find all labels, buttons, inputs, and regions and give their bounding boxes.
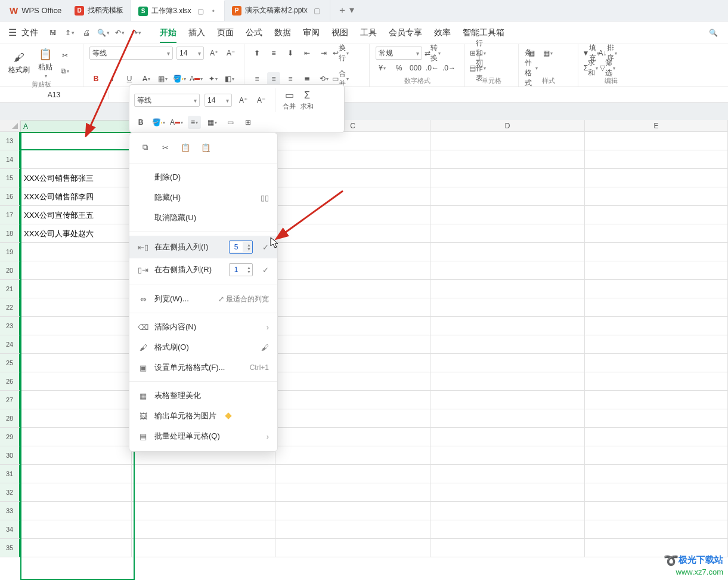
redo-icon[interactable]: ↷ bbox=[130, 26, 143, 39]
cell[interactable] bbox=[430, 150, 585, 169]
ctx-clear[interactable]: ⌫清除内容(N)› bbox=[129, 317, 277, 337]
cell[interactable] bbox=[275, 465, 431, 483]
cell[interactable] bbox=[585, 150, 728, 169]
cell[interactable] bbox=[20, 335, 132, 354]
row-header[interactable]: 22 bbox=[0, 298, 20, 317]
row-header[interactable]: 32 bbox=[0, 483, 20, 502]
cell[interactable] bbox=[430, 483, 585, 502]
cell[interactable] bbox=[585, 428, 728, 446]
ctx-cell-format[interactable]: ▣设置单元格格式(F)...Ctrl+1 bbox=[129, 357, 277, 378]
italic-icon[interactable]: I bbox=[106, 72, 119, 85]
best-width-icon[interactable]: ⤢ 最适合的列宽 bbox=[218, 294, 269, 304]
cell[interactable] bbox=[585, 187, 728, 206]
cell[interactable] bbox=[585, 446, 728, 465]
cell[interactable] bbox=[430, 169, 585, 187]
indent-inc-icon[interactable]: ⇥ bbox=[317, 47, 330, 60]
cell[interactable] bbox=[275, 483, 431, 502]
tab-review[interactable]: 审阅 bbox=[303, 27, 320, 38]
cell[interactable] bbox=[132, 483, 275, 502]
cell[interactable] bbox=[585, 224, 728, 243]
spin-down-icon[interactable]: ▼ bbox=[247, 247, 251, 251]
cell[interactable] bbox=[430, 446, 585, 465]
cell[interactable] bbox=[20, 372, 132, 391]
tab-view[interactable]: 视图 bbox=[332, 27, 348, 38]
ctx-unhide[interactable]: 取消隐藏(U) bbox=[129, 208, 277, 228]
tab-templates[interactable]: D 找稻壳模板 bbox=[67, 0, 131, 21]
mini-fontcolor-icon[interactable]: A bbox=[170, 116, 183, 129]
cell[interactable] bbox=[20, 132, 132, 150]
cell[interactable]: XXX公司销售部张三 bbox=[20, 169, 132, 187]
mini-grow-font-icon[interactable]: A⁺ bbox=[237, 94, 250, 107]
cell[interactable] bbox=[20, 428, 132, 446]
cell[interactable] bbox=[275, 187, 431, 206]
row-header[interactable]: 33 bbox=[0, 502, 20, 520]
cell[interactable] bbox=[430, 132, 585, 150]
align-right-icon[interactable]: ≡ bbox=[284, 72, 297, 85]
grow-font-icon[interactable]: A⁺ bbox=[207, 47, 221, 60]
row-header[interactable]: 30 bbox=[0, 446, 20, 465]
undo-icon[interactable]: ↶ bbox=[113, 26, 126, 39]
cell[interactable] bbox=[275, 261, 431, 280]
row-header[interactable]: 20 bbox=[0, 261, 20, 280]
tab-page[interactable]: 页面 bbox=[217, 27, 234, 38]
print-preview-icon[interactable]: 🔍 bbox=[97, 26, 110, 39]
currency-icon[interactable]: ¥ bbox=[376, 61, 389, 75]
cell[interactable] bbox=[430, 520, 585, 539]
align-middle-icon[interactable]: ≡ bbox=[267, 47, 280, 60]
cell[interactable] bbox=[275, 132, 431, 150]
align-top-icon[interactable]: ⬆ bbox=[250, 47, 264, 60]
cell[interactable] bbox=[275, 446, 431, 465]
mini-merge-button[interactable]: ▭合并 bbox=[283, 90, 296, 111]
fill-color-icon[interactable]: 🪣 bbox=[173, 72, 186, 85]
tab-home[interactable]: 开始 bbox=[160, 27, 176, 43]
tab-close-icon[interactable]: • bbox=[210, 7, 217, 16]
cell[interactable] bbox=[430, 224, 585, 243]
row-header[interactable]: 18 bbox=[0, 224, 20, 243]
cell[interactable] bbox=[585, 298, 728, 317]
ctx-format-painter[interactable]: 🖌格式刷(O)🖌 bbox=[129, 337, 277, 357]
ctx-hide[interactable]: 隐藏(H)▯▯ bbox=[129, 187, 277, 208]
cut-icon[interactable]: ✂ bbox=[58, 49, 72, 62]
cell[interactable] bbox=[20, 446, 132, 465]
tab-restore-icon[interactable]: ▢ bbox=[195, 7, 206, 16]
merge-cells-button[interactable]: ▭ 合并 bbox=[334, 72, 347, 85]
row-header[interactable]: 34 bbox=[0, 520, 20, 539]
cell[interactable] bbox=[585, 520, 728, 539]
font-size-select[interactable]: 14▾ bbox=[176, 47, 204, 60]
file-menu[interactable]: 文件 bbox=[21, 27, 38, 38]
mini-sum-button[interactable]: Σ求和 bbox=[301, 90, 314, 111]
cell[interactable] bbox=[585, 261, 728, 280]
border-icon[interactable]: ▦ bbox=[156, 72, 169, 85]
cell[interactable] bbox=[132, 502, 275, 520]
filter-button[interactable]: ▽ 筛选 bbox=[601, 61, 614, 75]
wrap-text-button[interactable]: ↩ 换行 bbox=[334, 47, 347, 60]
format-painter-button[interactable]: 🖌格式刷 bbox=[6, 50, 32, 76]
cell[interactable] bbox=[430, 206, 585, 224]
cell[interactable]: XXX公司宣传部王五 bbox=[20, 206, 132, 224]
row-header[interactable]: 27 bbox=[0, 391, 20, 409]
align-justify-icon[interactable]: ≣ bbox=[301, 72, 314, 85]
cell[interactable] bbox=[20, 539, 132, 557]
cell[interactable] bbox=[430, 261, 585, 280]
ctx-insert-right[interactable]: ▯⇥ 在右侧插入列(R) ▲▼ ✓ bbox=[129, 258, 277, 281]
cell[interactable] bbox=[430, 298, 585, 317]
cell[interactable] bbox=[20, 317, 132, 335]
cell[interactable] bbox=[275, 502, 431, 520]
cell[interactable] bbox=[585, 409, 728, 428]
cell[interactable] bbox=[132, 465, 275, 483]
paste-button[interactable]: 📋粘贴 bbox=[36, 47, 55, 80]
print-icon[interactable]: 🖨 bbox=[80, 26, 93, 39]
bold-icon[interactable]: B bbox=[89, 72, 103, 85]
tab-data[interactable]: 数据 bbox=[274, 27, 291, 38]
underline-icon[interactable]: U bbox=[123, 72, 136, 85]
worksheet-button[interactable]: ▤ 工作表 bbox=[471, 61, 484, 75]
cell[interactable] bbox=[430, 409, 585, 428]
cell[interactable] bbox=[20, 502, 132, 520]
cell[interactable] bbox=[275, 169, 431, 187]
insert-right-count[interactable]: ▲▼ bbox=[229, 263, 253, 276]
column-header-E[interactable]: E bbox=[585, 120, 728, 132]
cell[interactable] bbox=[20, 391, 132, 409]
ctx-cut-icon[interactable]: ✂ bbox=[159, 141, 171, 153]
tab-efficiency[interactable]: 效率 bbox=[434, 27, 451, 38]
cell[interactable] bbox=[585, 243, 728, 261]
